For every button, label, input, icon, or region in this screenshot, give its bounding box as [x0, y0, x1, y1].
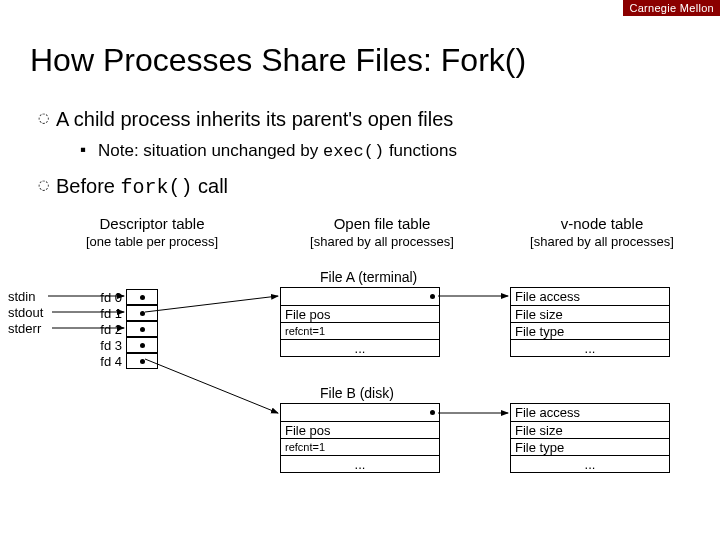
vnode-a-type: File type: [515, 324, 564, 339]
vnode-b-row-access: File access: [511, 404, 669, 421]
pointer-dot: [430, 294, 435, 299]
col2-title: Open file table: [282, 215, 482, 234]
column-header-openfile: Open file table [shared by all processes…: [282, 215, 482, 250]
file-b-group: File B (disk) File pos refcnt=1 ...: [280, 385, 440, 473]
vnode-b-group: File access File size File type ...: [510, 403, 670, 473]
vnode-a-access: File access: [515, 289, 580, 304]
column-header-descriptor: Descriptor table [one table per process]: [52, 215, 252, 250]
fd0-cell: [126, 289, 158, 305]
fd2-cell: [126, 321, 158, 337]
file-a-ellipsis: ...: [355, 341, 366, 356]
stdio-labels: stdin stdout stderr: [8, 289, 43, 337]
diagram-area: stdin stdout stderr fd 0 fd 1 fd 2 fd 3 …: [0, 265, 720, 540]
bullet-2: ▪Note: situation unchanged by exec() fun…: [80, 138, 700, 165]
fd2-label: fd 2: [96, 322, 126, 337]
fd-pointer-dot: [140, 343, 145, 348]
fd-pointer-dot: [140, 295, 145, 300]
file-b-row-blank: [281, 404, 439, 421]
col2-sub: [shared by all processes]: [282, 234, 482, 250]
file-b-label: File B (disk): [320, 385, 440, 401]
fd-pointer-dot: [140, 359, 145, 364]
vnode-b-type: File type: [515, 440, 564, 455]
file-a-refcnt: refcnt=1: [285, 325, 325, 337]
fd1-label: fd 1: [96, 306, 126, 321]
svg-line-3: [145, 296, 278, 312]
bullet-2-suffix: functions: [384, 141, 457, 160]
bullet-3-suffix: call: [193, 175, 229, 197]
fd1-cell: [126, 305, 158, 321]
vnode-a-row-size: File size: [511, 305, 669, 322]
file-a-row-ellipsis: ...: [281, 339, 439, 356]
file-b-refcnt: refcnt=1: [285, 441, 325, 453]
fd-row-2: fd 2: [96, 321, 158, 337]
bullet-3-prefix: Before: [56, 175, 120, 197]
vnode-a-row-type: File type: [511, 322, 669, 339]
bullet-1-text: A child process inherits its parent's op…: [56, 108, 453, 130]
vnode-b-row-size: File size: [511, 421, 669, 438]
svg-line-4: [145, 359, 278, 413]
file-a-pos: File pos: [285, 307, 331, 322]
vnode-a-size: File size: [515, 307, 563, 322]
bullet-marker: ▪: [80, 137, 98, 163]
slide-title: How Processes Share Files: Fork(): [30, 42, 526, 79]
col1-title: Descriptor table: [52, 215, 252, 234]
brand-label: Carnegie Mellon: [623, 0, 720, 16]
file-b-row-pos: File pos: [281, 421, 439, 438]
file-b-row-ellipsis: ...: [281, 455, 439, 472]
bullet-2-code: exec(): [323, 142, 384, 161]
fd-row-0: fd 0: [96, 289, 158, 305]
stderr-label: stderr: [8, 321, 43, 337]
vnode-a-row-access: File access: [511, 288, 669, 305]
col3-title: v-node table: [502, 215, 702, 234]
vnode-b-ellipsis: ...: [585, 457, 596, 472]
col3-sub: [shared by all processes]: [502, 234, 702, 250]
fd0-label: fd 0: [96, 290, 126, 305]
vnode-a-group: File access File size File type ...: [510, 287, 670, 357]
vnode-b-table: File access File size File type ...: [510, 403, 670, 473]
fd-pointer-dot: [140, 311, 145, 316]
bullet-3-code: fork(): [120, 176, 192, 199]
fd4-label: fd 4: [96, 354, 126, 369]
file-b-ellipsis: ...: [355, 457, 366, 472]
file-a-row-blank: [281, 288, 439, 305]
bullet-marker: ◌: [38, 175, 56, 195]
fd-row-4: fd 4: [96, 353, 158, 369]
file-a-group: File A (terminal) File pos refcnt=1 ...: [280, 269, 440, 357]
bullet-3: ◌Before fork() call: [38, 171, 700, 203]
stdout-label: stdout: [8, 305, 43, 321]
bullet-1: ◌A child process inherits its parent's o…: [38, 104, 700, 134]
file-a-row-pos: File pos: [281, 305, 439, 322]
file-a-table: File pos refcnt=1 ...: [280, 287, 440, 357]
bullet-2-prefix: Note: situation unchanged by: [98, 141, 323, 160]
vnode-a-ellipsis: ...: [585, 341, 596, 356]
pointer-dot: [430, 410, 435, 415]
file-b-table: File pos refcnt=1 ...: [280, 403, 440, 473]
fd-pointer-dot: [140, 327, 145, 332]
file-b-pos: File pos: [285, 423, 331, 438]
column-headers: Descriptor table [one table per process]…: [0, 215, 720, 250]
vnode-b-access: File access: [515, 405, 580, 420]
file-b-row-refcnt: refcnt=1: [281, 438, 439, 455]
file-a-label: File A (terminal): [320, 269, 440, 285]
fd4-cell: [126, 353, 158, 369]
vnode-b-row-type: File type: [511, 438, 669, 455]
fd3-cell: [126, 337, 158, 353]
vnode-a-row-ellipsis: ...: [511, 339, 669, 356]
vnode-a-table: File access File size File type ...: [510, 287, 670, 357]
descriptor-table: fd 0 fd 1 fd 2 fd 3 fd 4: [96, 289, 158, 369]
fd-row-3: fd 3: [96, 337, 158, 353]
bullet-marker: ◌: [38, 108, 56, 128]
fd-row-1: fd 1: [96, 305, 158, 321]
file-a-row-refcnt: refcnt=1: [281, 322, 439, 339]
bullet-list: ◌A child process inherits its parent's o…: [38, 104, 700, 203]
vnode-b-size: File size: [515, 423, 563, 438]
vnode-b-row-ellipsis: ...: [511, 455, 669, 472]
stdin-label: stdin: [8, 289, 43, 305]
col1-sub: [one table per process]: [52, 234, 252, 250]
column-header-vnode: v-node table [shared by all processes]: [502, 215, 702, 250]
fd3-label: fd 3: [96, 338, 126, 353]
